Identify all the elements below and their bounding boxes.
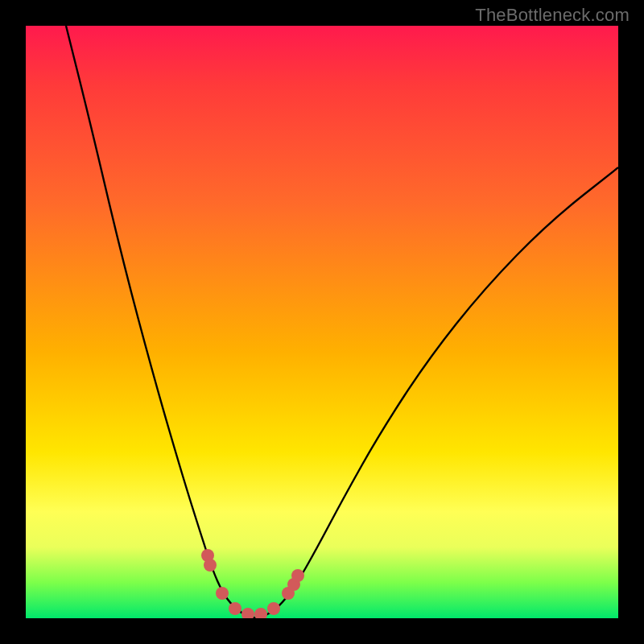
marker-dot bbox=[267, 602, 280, 615]
plot-area bbox=[26, 26, 618, 618]
chart-svg bbox=[26, 26, 618, 618]
marker-dot bbox=[204, 559, 217, 572]
curve-right-branch bbox=[256, 167, 618, 618]
outer-frame: TheBottleneck.com bbox=[0, 0, 644, 644]
marker-dot bbox=[254, 608, 267, 618]
marker-dot bbox=[242, 608, 254, 618]
curve-left-branch bbox=[66, 26, 256, 618]
marker-dot bbox=[291, 569, 304, 582]
watermark-text: TheBottleneck.com bbox=[475, 5, 630, 26]
marker-dot bbox=[216, 587, 229, 600]
marker-group bbox=[201, 549, 304, 618]
marker-dot bbox=[229, 602, 242, 615]
